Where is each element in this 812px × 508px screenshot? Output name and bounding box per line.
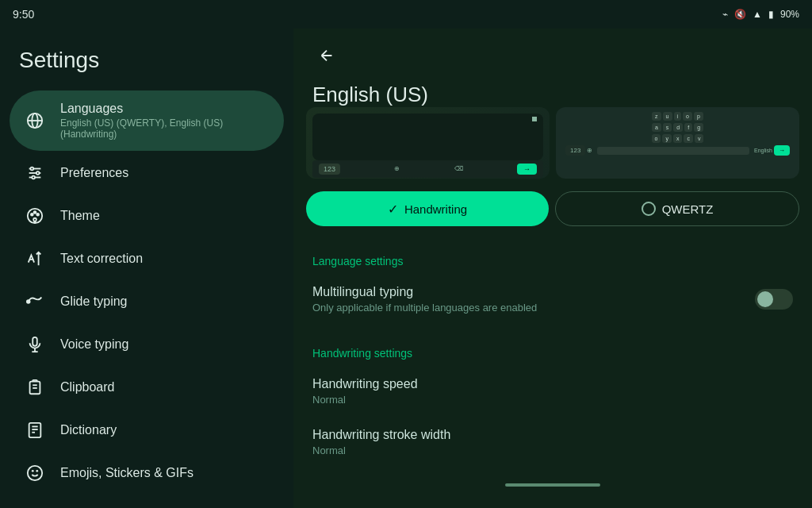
sidebar-item-dictionary-label: Dictionary <box>60 423 117 437</box>
sidebar-item-dictionary[interactable]: Dictionary <box>10 410 284 451</box>
globe-icon <box>25 111 44 130</box>
dictionary-icon <box>25 421 44 440</box>
sidebar-item-voice-typing[interactable]: Voice typing <box>10 324 284 365</box>
multilingual-typing-title: Multilingual typing <box>312 285 537 299</box>
svg-point-12 <box>36 214 39 216</box>
sidebar-item-theme-label: Theme <box>60 209 100 223</box>
key-p: p <box>694 112 703 121</box>
handwriting-speed-subtitle: Normal <box>312 394 793 406</box>
svg-point-7 <box>36 171 40 175</box>
multilingual-typing-toggle[interactable] <box>755 289 793 310</box>
status-time: 9:50 <box>13 8 34 21</box>
option-selector: ✓ Handwriting QWERTZ <box>306 191 799 226</box>
key-u: u <box>663 112 672 121</box>
battery-icon: ▮ <box>768 9 774 20</box>
back-button[interactable] <box>312 41 341 70</box>
sidebar-item-emojis-label: Emojis, Stickers & GIFs <box>60 466 193 480</box>
radio-circle <box>642 202 656 216</box>
sliders-icon <box>25 164 44 183</box>
keyboard-preview-qwerty: z u i o p a s d f g o y <box>556 107 799 179</box>
sidebar-item-preferences-label: Preferences <box>60 166 128 180</box>
svg-rect-14 <box>33 337 37 346</box>
link-icon: ⌁ <box>722 9 728 20</box>
indicator-bar <box>505 483 600 487</box>
handwriting-option-label: Handwriting <box>404 202 467 216</box>
battery-percent: 90% <box>780 9 799 20</box>
key-o: o <box>683 112 692 121</box>
content-area: English (US) 123 ⊕ ⌫ → z <box>293 29 812 508</box>
sidebar-item-text-correction-label: Text correction <box>60 252 143 266</box>
key-i: i <box>674 112 682 121</box>
sidebar-item-languages[interactable]: Languages English (US) (QWERTY), English… <box>10 90 284 151</box>
palette-icon <box>25 206 44 225</box>
qwertz-option-label: QWERTZ <box>662 202 714 216</box>
sidebar: Settings Languages English (US) (QWERTY)… <box>0 29 293 508</box>
sidebar-item-clipboard-label: Clipboard <box>60 380 114 394</box>
svg-point-13 <box>27 300 30 303</box>
sidebar-item-clipboard[interactable]: Clipboard <box>10 367 284 408</box>
main-layout: Settings Languages English (US) (QWERTY)… <box>0 29 812 508</box>
correction-icon <box>25 249 44 268</box>
multilingual-typing-item[interactable]: Multilingual typing Only applicable if m… <box>312 274 793 325</box>
key-z: z <box>652 112 661 121</box>
handwriting-speed-item[interactable]: Handwriting speed Normal <box>312 366 793 417</box>
handwriting-option-button[interactable]: ✓ Handwriting <box>306 191 549 226</box>
handwriting-settings-section: Handwriting settings Handwriting speed N… <box>293 331 812 474</box>
svg-point-24 <box>28 466 42 480</box>
handwriting-stroke-width-item[interactable]: Handwriting stroke width Normal <box>312 417 793 468</box>
bottom-indicator <box>293 474 812 496</box>
sidebar-title: Settings <box>0 41 293 89</box>
sidebar-item-glide-typing[interactable]: Glide typing <box>10 281 284 322</box>
sidebar-item-preferences[interactable]: Preferences <box>10 152 284 194</box>
emoji-icon <box>25 464 44 483</box>
mute-icon: 🔇 <box>734 9 746 20</box>
multilingual-typing-subtitle: Only applicable if multiple languages ar… <box>312 302 537 314</box>
sidebar-item-theme[interactable]: Theme <box>10 195 284 237</box>
svg-point-10 <box>31 214 33 216</box>
language-settings-section: Language settings Multilingual typing On… <box>293 239 812 331</box>
content-title: English (US) <box>312 83 793 107</box>
sidebar-item-glide-typing-label: Glide typing <box>60 294 128 309</box>
content-header <box>293 29 812 83</box>
sidebar-item-languages-sublabel: English (US) (QWERTY), English (US) (Han… <box>60 117 268 140</box>
clipboard-icon <box>25 378 44 397</box>
toggle-thumb <box>757 291 773 307</box>
sidebar-item-text-correction[interactable]: Text correction <box>10 238 284 279</box>
wifi-icon: ▲ <box>753 9 762 20</box>
svg-point-8 <box>32 176 35 179</box>
sidebar-item-languages-content: Languages English (US) (QWERTY), English… <box>60 102 268 140</box>
sidebar-item-languages-label: Languages <box>60 102 268 116</box>
handwriting-speed-title: Handwriting speed <box>312 377 793 391</box>
handwriting-stroke-width-subtitle: Normal <box>312 444 793 456</box>
qwertz-option-button[interactable]: QWERTZ <box>555 191 799 226</box>
mic-icon <box>25 335 44 354</box>
check-icon: ✓ <box>388 202 398 217</box>
status-bar: 9:50 ⌁ 🔇 ▲ ▮ 90% <box>0 0 812 29</box>
svg-point-6 <box>31 167 34 171</box>
glide-icon <box>25 292 44 311</box>
language-settings-label: Language settings <box>312 245 793 274</box>
content-body: English (US) <box>293 83 812 107</box>
sidebar-item-emojis[interactable]: Emojis, Stickers & GIFs <box>10 452 284 494</box>
multilingual-typing-text: Multilingual typing Only applicable if m… <box>312 285 537 314</box>
handwriting-stroke-width-title: Handwriting stroke width <box>312 428 793 442</box>
status-icons: ⌁ 🔇 ▲ ▮ 90% <box>722 9 799 20</box>
handwriting-settings-label: Handwriting settings <box>312 337 793 366</box>
multilingual-typing-row: Multilingual typing Only applicable if m… <box>312 285 793 314</box>
keyboard-preview: 123 ⊕ ⌫ → z u i o p a <box>306 107 799 179</box>
sidebar-item-voice-typing-label: Voice typing <box>60 337 128 352</box>
svg-point-11 <box>34 211 36 214</box>
keyboard-preview-handwriting: 123 ⊕ ⌫ → <box>306 107 550 179</box>
